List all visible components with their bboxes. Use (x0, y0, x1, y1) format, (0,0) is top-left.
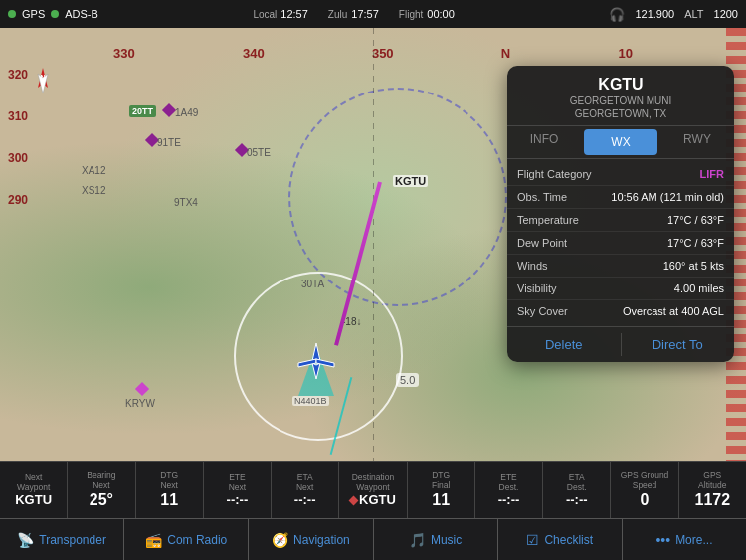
nav-com-radio[interactable]: 📻 Com Radio (124, 519, 249, 560)
more-icon: ••• (655, 532, 670, 548)
headphone-icon: 🎧 (609, 7, 625, 22)
gps-label: GPS (22, 8, 45, 20)
val-dtg-next: 11 (160, 490, 178, 509)
label-next-waypoint: NextWaypont (17, 472, 50, 492)
deg-310: 310 (8, 109, 28, 123)
key-winds: Winds (517, 260, 548, 272)
nav-music-label: Music (431, 533, 462, 547)
nav-transponder[interactable]: 📡 Transponder (0, 519, 124, 560)
nav-bar: 📡 Transponder 📻 Com Radio 🧭 Navigation 🎵… (0, 518, 746, 560)
popup-tabs: INFO WX RWY (507, 126, 734, 159)
key-sky-cover: Sky Cover (517, 305, 568, 317)
kgtu-map-label[interactable]: KGTU (393, 175, 428, 187)
data-bar: NextWaypont KGTU BearingNext 25° DTGNext… (0, 461, 746, 518)
label-dtg-final: DTGFinal (432, 470, 450, 490)
svg-marker-3 (312, 343, 320, 361)
compass-icon: 🧭 (272, 532, 288, 548)
cell-next-waypoint[interactable]: NextWaypont KGTU (0, 462, 68, 518)
cell-gps-speed[interactable]: GPS GroundSpeed 0 (611, 462, 678, 518)
radio-freq: 121.900 (635, 8, 674, 20)
val-ete-dest: --:-- (498, 492, 520, 508)
alt-value: 1200 (714, 8, 738, 20)
nav-navigation[interactable]: 🧭 Navigation (249, 519, 373, 560)
nav-com-radio-label: Com Radio (167, 533, 227, 547)
key-obs-time: Obs. Time (517, 191, 567, 203)
gps-indicator (8, 10, 16, 18)
label-ete-next: ETENext (229, 472, 246, 492)
airport-20TT[interactable]: 20TT (129, 105, 156, 117)
label-KRYW: KRYW (125, 398, 155, 409)
cell-ete-dest[interactable]: ETEDest. --:-- (475, 462, 543, 518)
key-temperature: Temperature (517, 214, 579, 226)
label-gps-alt: GPSAltitude (698, 470, 726, 490)
cell-dtg-final[interactable]: DTGFinal 11 (408, 462, 475, 518)
cell-ete-next[interactable]: ETENext --:-- (204, 462, 272, 518)
val-eta-next: --:-- (294, 492, 316, 508)
radio-icon: 📻 (145, 532, 162, 548)
cell-bearing-next[interactable]: BearingNext 25° (68, 462, 135, 518)
compass-330: 330 (113, 46, 135, 61)
svg-marker-4 (312, 363, 320, 379)
row-flight-category: Flight Category LIFR (507, 163, 734, 186)
label-dest-waypoint: DestinationWaypont (352, 472, 395, 492)
cell-eta-next[interactable]: ETANext --:-- (272, 462, 339, 518)
north-arrow: N (28, 66, 58, 95)
tab-wx[interactable]: WX (584, 129, 657, 155)
val-next-waypoint: KGTU (15, 492, 52, 508)
cell-gps-alt[interactable]: GPSAltitude 1172 (679, 462, 746, 518)
checklist-icon: ☑ (526, 532, 539, 548)
key-dew-point: Dew Point (517, 237, 567, 249)
key-flight-category: Flight Category (517, 168, 592, 180)
cell-dtg-next[interactable]: DTGNext 11 (136, 462, 204, 518)
nav-more[interactable]: ••• More... (623, 519, 746, 560)
label-dtg-next: DTGNext (160, 470, 178, 490)
aircraft-symbol (296, 341, 336, 385)
label-eta-dest: ETADest. (567, 472, 587, 492)
val-sky-cover: Overcast at 400 AGL (623, 305, 724, 317)
label-1A49: 1A49 (175, 107, 198, 118)
popup-icao: KGTU (515, 76, 726, 93)
label-9TX4: 9TX4 (174, 197, 198, 208)
tab-info[interactable]: INFO (507, 126, 581, 158)
dest-diamond-icon (349, 496, 359, 506)
popup-footer: Delete Direct To (507, 326, 734, 362)
val-visibility: 4.00 miles (674, 282, 724, 294)
flight-time: 00:00 (427, 8, 455, 20)
val-dest-waypoint: KGTU (350, 492, 396, 508)
status-bar: GPS ADS-B Local 12:57 Zulu 17:57 Flight … (0, 0, 746, 28)
nav-navigation-label: Navigation (293, 533, 350, 547)
row-visibility: Visibility 4.00 miles (507, 278, 734, 300)
val-flight-category: LIFR (700, 168, 724, 180)
val-dtg-final: 11 (432, 490, 450, 509)
compass-350: 350 (372, 46, 394, 61)
val-dew-point: 17°C / 63°F (667, 237, 724, 249)
cell-dest-waypoint[interactable]: DestinationWaypont KGTU (339, 462, 407, 518)
popup-city: GEORGETOWN, TX (515, 108, 726, 119)
svg-text:N: N (40, 74, 45, 81)
tab-rwy[interactable]: RWY (660, 126, 734, 158)
direct-to-button[interactable]: Direct To (622, 333, 735, 356)
row-dew-point: Dew Point 17°C / 63°F (507, 232, 734, 255)
local-time: 12:57 (280, 8, 308, 20)
popup-header: KGTU GEORGETOWN MUNI GEORGETOWN, TX (507, 66, 734, 126)
val-temperature: 17°C / 63°F (667, 214, 724, 226)
music-icon: 🎵 (409, 532, 426, 548)
row-temperature: Temperature 17°C / 63°F (507, 209, 734, 232)
popup-airport-name: GEORGETOWN MUNI (515, 95, 726, 106)
adsb-label: ADS-B (65, 8, 98, 20)
deg-320: 320 (8, 68, 28, 82)
label-gps-speed: GPS GroundSpeed (621, 470, 669, 490)
nav-checklist[interactable]: ☑ Checklist (498, 519, 623, 560)
cell-eta-dest[interactable]: ETADest. --:-- (543, 462, 611, 518)
label-XS12: XS12 (82, 185, 105, 196)
row-winds: Winds 160° at 5 kts (507, 255, 734, 278)
delete-button[interactable]: Delete (507, 333, 622, 356)
row-obs-time: Obs. Time 10:56 AM (121 min old) (507, 186, 734, 209)
airport-info-popup: KGTU GEORGETOWN MUNI GEORGETOWN, TX INFO… (507, 66, 734, 362)
speed-indicator: 5.0 (396, 373, 419, 387)
map-area[interactable]: 330 340 350 N 10 320 310 300 290 N 20TT … (0, 28, 746, 461)
label-XA12: XA12 (82, 165, 105, 176)
nav-music[interactable]: 🎵 Music (374, 519, 498, 560)
nav-transponder-label: Transponder (39, 533, 106, 547)
val-gps-speed: 0 (641, 490, 650, 509)
